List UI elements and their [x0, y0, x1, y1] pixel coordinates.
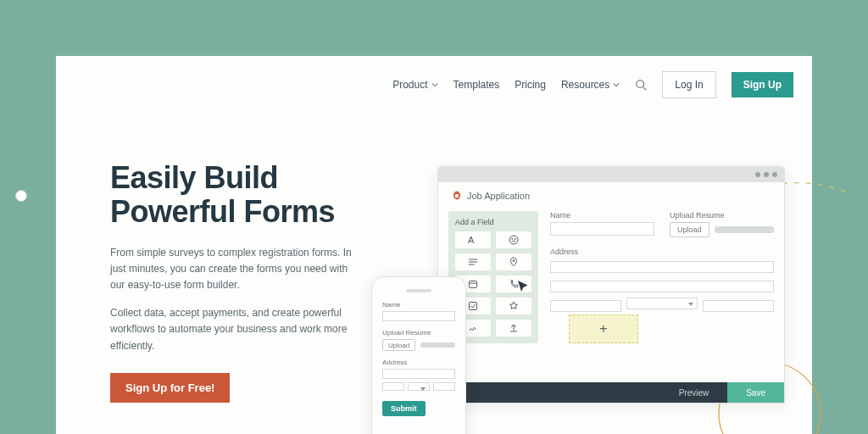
- m-upload-filename-placeholder: [420, 342, 455, 348]
- m-upload-button[interactable]: Upload: [382, 339, 415, 351]
- svg-point-5: [515, 239, 515, 240]
- address-state-select[interactable]: [626, 298, 698, 309]
- signup-button[interactable]: Sign Up: [732, 72, 793, 97]
- address-line2-input[interactable]: [550, 281, 774, 292]
- decorative-ring-left: [15, 190, 27, 202]
- mobile-preview: Name Upload Resume Upload Address Submit: [371, 276, 466, 434]
- login-button[interactable]: Log In: [662, 71, 715, 98]
- nav-pricing[interactable]: Pricing: [515, 79, 546, 91]
- window-dot-icon: [755, 172, 760, 177]
- palette-text-field[interactable]: A: [455, 231, 491, 248]
- svg-point-9: [513, 260, 515, 262]
- builder-window: Job Application Add a Field A: [437, 166, 785, 403]
- phone-notch: [406, 289, 431, 292]
- address-line1-input[interactable]: [550, 261, 774, 273]
- palette-upload-field[interactable]: [496, 320, 531, 337]
- lines-icon: [468, 257, 478, 267]
- plus-icon: +: [599, 321, 607, 337]
- signature-icon: [468, 323, 478, 333]
- form-canvas-fields: Name Upload Resume Upload Address: [550, 211, 774, 312]
- svg-line-2: [643, 87, 647, 91]
- checkbox-icon: [468, 301, 478, 311]
- text-icon: A: [468, 235, 478, 245]
- nav-pricing-label: Pricing: [515, 79, 546, 91]
- nav-templates[interactable]: Templates: [453, 79, 500, 91]
- star-icon: [509, 301, 519, 311]
- palette-paragraph-field[interactable]: [455, 253, 491, 270]
- m-field-label-upload: Upload Resume: [382, 329, 455, 337]
- palette-location-field[interactable]: [496, 253, 531, 270]
- window-titlebar: [438, 167, 784, 182]
- m-field-label-address: Address: [382, 359, 455, 366]
- builder-doc-title-text: Job Application: [467, 191, 530, 201]
- m-field-label-name: Name: [382, 301, 455, 309]
- top-nav: Product Templates Pricing Resources Log …: [392, 71, 793, 98]
- nav-resources-label: Resources: [561, 79, 609, 91]
- svg-point-3: [509, 236, 518, 244]
- search-icon[interactable]: [635, 79, 647, 91]
- gear-icon: [452, 191, 462, 201]
- builder-footer: Preview Save: [438, 382, 784, 403]
- landing-page: Product Templates Pricing Resources Log …: [56, 56, 812, 434]
- hero-headline-line1: Easily Build: [110, 160, 278, 195]
- upload-filename-placeholder: [715, 226, 774, 233]
- address-zip-input[interactable]: [703, 300, 774, 312]
- signup-free-button[interactable]: Sign Up for Free!: [110, 373, 230, 403]
- hero-paragraph-2: Collect data, accept payments, and creat…: [110, 305, 364, 354]
- builder-doc-title: Job Application: [438, 182, 784, 206]
- cursor-icon: [516, 279, 531, 294]
- palette-title: Add a Field: [455, 218, 531, 226]
- nav-product-label: Product: [392, 79, 427, 91]
- m-name-input[interactable]: [382, 311, 455, 321]
- nav-product[interactable]: Product: [392, 79, 437, 91]
- nav-templates-label: Templates: [453, 79, 500, 91]
- hero-section: Easily Build Powerful Forms From simple …: [110, 161, 364, 403]
- m-address-line1-input[interactable]: [382, 369, 455, 379]
- calendar-icon: [468, 279, 478, 289]
- hero-headline-line2: Powerful Forms: [110, 194, 335, 229]
- chevron-down-icon: [431, 81, 438, 88]
- palette-radio-field[interactable]: [496, 231, 531, 248]
- hero-headline: Easily Build Powerful Forms: [110, 161, 364, 230]
- upload-icon: [509, 323, 519, 333]
- m-address-zip-input[interactable]: [433, 382, 455, 391]
- hero-paragraph-1: From simple surveys to complex registrat…: [110, 245, 364, 294]
- nav-resources[interactable]: Resources: [561, 79, 620, 91]
- window-dot-icon: [772, 172, 777, 177]
- preview-button[interactable]: Preview: [660, 382, 728, 403]
- chevron-down-icon: [613, 81, 620, 88]
- svg-rect-10: [470, 281, 477, 288]
- location-pin-icon: [509, 257, 519, 267]
- add-field-dropzone[interactable]: +: [569, 314, 638, 343]
- smile-icon: [509, 235, 519, 245]
- address-city-input[interactable]: [550, 300, 621, 312]
- svg-rect-12: [470, 303, 477, 310]
- svg-point-1: [637, 81, 644, 88]
- builder-canvas: Add a Field A: [438, 206, 784, 392]
- window-dot-icon: [764, 172, 769, 177]
- name-input[interactable]: [550, 222, 654, 236]
- upload-button[interactable]: Upload: [670, 222, 709, 237]
- m-address-city-input[interactable]: [382, 382, 404, 391]
- palette-rating-field[interactable]: [496, 298, 531, 314]
- builder-illustration: Job Application Add a Field A: [412, 166, 853, 434]
- svg-point-4: [512, 239, 513, 240]
- field-label-name: Name: [550, 211, 654, 220]
- field-label-upload: Upload Resume: [670, 211, 774, 220]
- field-label-address: Address: [550, 248, 774, 256]
- save-button[interactable]: Save: [727, 382, 784, 403]
- m-address-state-select[interactable]: [408, 382, 430, 391]
- m-submit-button[interactable]: Submit: [382, 401, 426, 416]
